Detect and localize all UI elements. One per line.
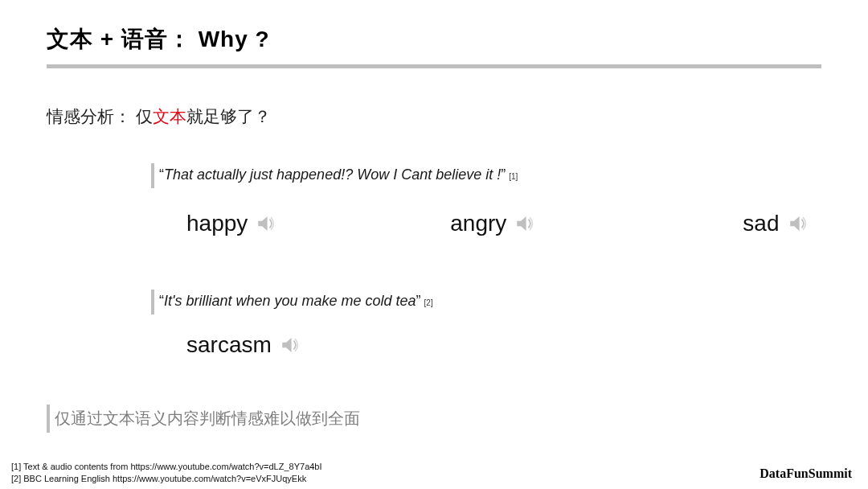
speaker-icon[interactable] <box>514 213 535 234</box>
slide: 文本 + 语音： Why ? 情感分析： 仅文本就足够了？ “That actu… <box>0 0 868 489</box>
emotion-row-2: sarcasm <box>186 332 821 358</box>
quote-close: ” <box>501 166 506 183</box>
quote-text-2: “It's brilliant when you make me cold te… <box>159 290 433 314</box>
quote-block-1: “That actually just happened!? Wow I Can… <box>151 163 821 236</box>
subtitle: 情感分析： 仅文本就足够了？ <box>47 105 821 128</box>
subtitle-highlight: 文本 <box>153 107 186 125</box>
emotion-sad-label: sad <box>743 211 779 236</box>
quote-block-2: “It's brilliant when you make me cold te… <box>151 290 821 358</box>
references: [1] Text & audio contents from https://w… <box>11 461 322 484</box>
emotion-sad: sad <box>743 211 808 236</box>
subtitle-prefix: 情感分析： 仅 <box>47 107 153 125</box>
emotion-angry: angry <box>450 211 535 236</box>
quote-body: That actually just happened!? Wow I Cant… <box>164 166 501 183</box>
emotion-happy: happy <box>186 211 276 236</box>
speaker-icon[interactable] <box>256 213 276 234</box>
title-divider <box>47 64 821 68</box>
speaker-icon[interactable] <box>280 335 301 355</box>
conclusion-block: 仅通过文本语义内容判断情感难以做到全面 <box>47 405 360 433</box>
quote-body: It's brilliant when you make me cold tea <box>164 293 416 309</box>
speaker-icon[interactable] <box>788 213 809 234</box>
brand-watermark: DataFunSummit <box>760 466 852 481</box>
slide-title: 文本 + 语音： Why ? <box>47 24 821 55</box>
conclusion-text: 仅通过文本语义内容判断情感难以做到全面 <box>55 405 360 433</box>
quote-close: ” <box>416 293 421 309</box>
subtitle-suffix: 就足够了？ <box>186 107 271 125</box>
reference-1: [1] Text & audio contents from https://w… <box>11 461 322 472</box>
emotion-happy-label: happy <box>186 211 248 236</box>
emotion-sarcasm: sarcasm <box>186 332 301 358</box>
conclusion-bar <box>47 405 50 433</box>
quote-ref-2: [2] <box>424 298 433 307</box>
emotion-row-1: happy angry sad <box>151 211 821 236</box>
quote-bar <box>151 290 154 314</box>
reference-2: [2] BBC Learning English https://www.you… <box>11 473 322 484</box>
emotion-sarcasm-label: sarcasm <box>186 332 272 358</box>
quote-text-1: “That actually just happened!? Wow I Can… <box>159 163 518 188</box>
emotion-angry-label: angry <box>450 211 506 236</box>
quote-bar <box>151 163 154 188</box>
quote-ref-1: [1] <box>509 172 518 181</box>
